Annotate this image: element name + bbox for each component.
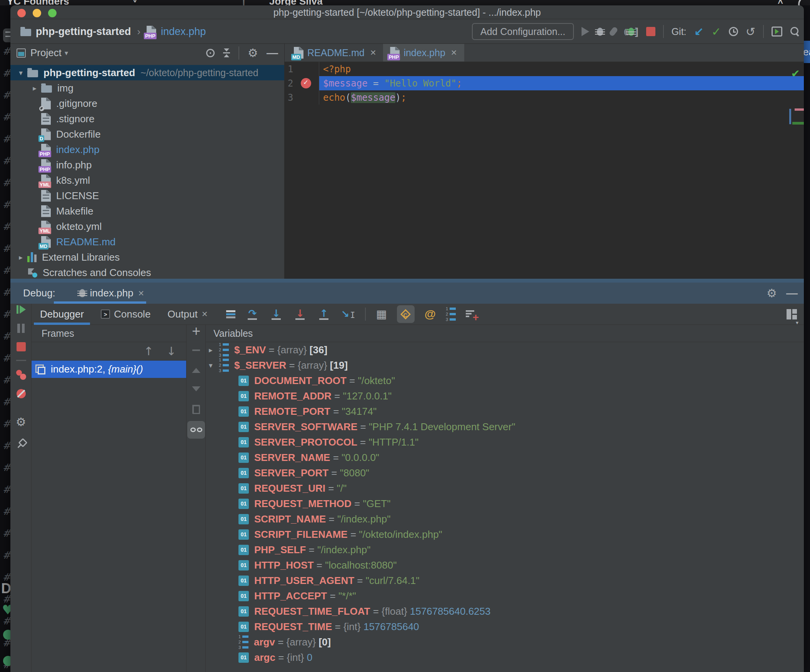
variable-row-request-time[interactable]: 01REQUEST_TIME = {int} 1576785640	[206, 619, 804, 634]
debug-splitter[interactable]	[10, 279, 804, 283]
mute-breakpoints-icon[interactable]	[10, 389, 32, 398]
chevron-right-icon[interactable]: ▸	[206, 345, 219, 354]
project-tree-item-makefile[interactable]: Makefile	[10, 203, 284, 219]
editor-tab-index-php[interactable]: PHPindex.php✕	[383, 44, 464, 62]
zoom-window-button[interactable]	[48, 9, 57, 17]
breadcrumb-project[interactable]: php-getting-started	[36, 26, 131, 38]
hide-panel-icon[interactable]: —	[267, 51, 278, 55]
evaluate-expression-icon[interactable]: ▦	[376, 308, 386, 320]
minimize-window-button[interactable]	[33, 9, 41, 17]
variable-row-http-host[interactable]: 01HTTP_HOST = "localhost:8080"	[206, 557, 804, 573]
show-watches-glasses-icon[interactable]	[187, 421, 206, 439]
chevron-down-icon[interactable]: ▾	[14, 68, 27, 77]
project-tree-item-external-libraries[interactable]: ▸External Libraries	[10, 249, 284, 265]
inline-values-toggle-icon[interactable]: C	[397, 305, 415, 323]
start-listening-php-debug-icon[interactable]: (((]	[624, 26, 638, 38]
step-into-icon[interactable]: ↓	[269, 309, 283, 320]
stop-icon[interactable]	[646, 27, 655, 36]
project-tree-item-gitignore[interactable]: .gitignore	[10, 96, 284, 111]
variable-row-php-self[interactable]: 01PHP_SELF = "/index.php"	[206, 542, 804, 557]
copy-icon[interactable]	[187, 405, 206, 414]
project-tree-item-dockerfile[interactable]: DDockerfile	[10, 126, 284, 142]
variable-row-remote-addr[interactable]: 01REMOTE_ADDR = "127.0.0.1"	[206, 388, 804, 404]
remove-watch-icon[interactable]	[187, 349, 206, 351]
project-tree-item-php-getting-started[interactable]: ▾php-getting-started~/okteto/php-getting…	[10, 65, 284, 80]
variable-row-server-protocol[interactable]: 01SERVER_PROTOCOL = "HTTP/1.1"	[206, 435, 804, 450]
add-configuration-button[interactable]: Add Configuration...	[472, 23, 574, 40]
stop-icon[interactable]	[10, 342, 32, 351]
project-tree-item-scratches-and-consoles[interactable]: Scratches and Consoles	[10, 265, 284, 279]
close-icon[interactable]: ✕	[138, 289, 145, 298]
close-window-button[interactable]	[17, 9, 26, 17]
editor-gutter[interactable]: 1	[285, 62, 319, 76]
variable-row-server[interactable]: ▾123$_SERVER = {array} [19]	[206, 357, 804, 373]
close-icon[interactable]: ✕	[202, 310, 208, 319]
project-tree-item-index-php[interactable]: PHPindex.php	[10, 142, 284, 157]
variable-row-server-name[interactable]: 01SERVER_NAME = "0.0.0.0"	[206, 450, 804, 465]
code-line-1[interactable]: 1<?php	[285, 62, 804, 76]
variable-row-script-name[interactable]: 01SCRIPT_NAME = "/index.php"	[206, 511, 804, 527]
restore-layout-icon[interactable]	[786, 309, 797, 320]
git-rollback-icon[interactable]: ↺	[746, 25, 755, 39]
project-tree-item-stignore[interactable]: .stignore	[10, 111, 284, 126]
project-tree-item-info-php[interactable]: PHPinfo.php	[10, 157, 284, 173]
chevron-right-icon[interactable]: ▸	[14, 253, 27, 261]
code-line-3[interactable]: 3echo($message);	[285, 90, 804, 104]
editor-tab-readme-md[interactable]: MDREADME.md✕	[287, 44, 383, 62]
pause-program-icon[interactable]	[10, 324, 32, 333]
add-watch-icon[interactable]: +	[187, 326, 206, 336]
stack-frame-item[interactable]: index.php:2, {main}()	[32, 360, 186, 378]
git-commit-icon[interactable]: ✓	[712, 25, 721, 39]
view-breakpoints-icon[interactable]	[10, 370, 32, 380]
variable-row-http-accept[interactable]: 01HTTP_ACCEPT = "*/*"	[206, 588, 804, 604]
variable-row-server-software[interactable]: 01SERVER_SOFTWARE = "PHP 7.4.1 Developme…	[206, 419, 804, 435]
project-tree-item-license[interactable]: LICENSE	[10, 188, 284, 203]
project-tree-item-img[interactable]: ▸img	[10, 80, 284, 96]
project-tree-item-k8s-yml[interactable]: YMLk8s.yml	[10, 173, 284, 188]
add-to-watches-icon[interactable]: +	[466, 309, 477, 319]
breadcrumb-file[interactable]: index.php	[161, 26, 206, 38]
variable-row-request-uri[interactable]: 01REQUEST_URI = "/"	[206, 480, 804, 496]
run-icon[interactable]	[582, 27, 589, 36]
editor-gutter[interactable]: 2	[285, 76, 319, 90]
numbered-list-icon[interactable]: 123	[446, 307, 456, 322]
project-header-label[interactable]: Project	[30, 47, 62, 59]
editor-body[interactable]: ✔ 1<?php2$message = "Hello World";3echo(…	[285, 62, 804, 279]
gear-icon[interactable]: ⚙	[766, 286, 777, 300]
variable-row-request-time-float[interactable]: 01REQUEST_TIME_FLOAT = {float} 157678564…	[206, 604, 804, 619]
variable-row-server-port[interactable]: 01SERVER_PORT = "8080"	[206, 465, 804, 480]
project-tree-item-readme-md[interactable]: MDREADME.md	[10, 234, 284, 249]
threads-view-icon[interactable]	[226, 309, 235, 320]
select-opened-file-icon[interactable]	[206, 49, 214, 57]
git-history-icon[interactable]	[729, 27, 738, 36]
debug-icon[interactable]	[597, 28, 603, 36]
variable-row-script-filename[interactable]: 01SCRIPT_FILENAME = "/okteto/index.php"	[206, 527, 804, 542]
variable-row-request-method[interactable]: 01REQUEST_METHOD = "GET"	[206, 496, 804, 511]
debugger-tab-debugger[interactable]: Debugger	[32, 304, 92, 325]
attach-debugger-icon[interactable]	[608, 26, 618, 37]
move-down-icon[interactable]	[187, 386, 206, 391]
variable-row-document-root[interactable]: 01DOCUMENT_ROOT = "/okteto"	[206, 373, 804, 388]
titlebar[interactable]: php-getting-started [~/okteto/php-gettin…	[10, 5, 804, 19]
search-everywhere-icon[interactable]	[790, 27, 800, 37]
pin-tab-icon[interactable]	[10, 439, 32, 448]
move-up-icon[interactable]	[187, 368, 206, 373]
variable-row-http-user-agent[interactable]: 01HTTP_USER_AGENT = "curl/7.64.1"	[206, 573, 804, 588]
variable-row-argc[interactable]: 01argc = {int} 0	[206, 650, 804, 665]
hide-panel-icon[interactable]: —	[786, 291, 798, 295]
debug-settings-gear-icon[interactable]: ⚙	[10, 415, 32, 429]
breakpoint-icon[interactable]	[301, 78, 311, 88]
chevron-down-icon[interactable]: ▾	[65, 49, 68, 57]
step-out-icon[interactable]: ↑	[317, 309, 331, 320]
next-frame-icon[interactable]: ↓	[167, 344, 176, 358]
variable-row-env[interactable]: ▸123$_ENV = {array} [36]	[206, 342, 804, 357]
code-line-2[interactable]: 2$message = "Hello World";	[285, 76, 804, 90]
chevron-down-icon[interactable]: ▾	[206, 361, 219, 369]
show-references-icon[interactable]: @	[425, 308, 436, 321]
editor-gutter[interactable]: 3	[285, 90, 319, 104]
resume-program-icon[interactable]	[10, 305, 32, 314]
close-icon[interactable]: ✕	[451, 48, 457, 57]
close-icon[interactable]: ✕	[370, 48, 376, 57]
breadcrumb[interactable]: php-getting-started › PHP index.php	[20, 19, 206, 44]
variable-row-argv[interactable]: 123argv = {array} [0]	[206, 634, 804, 650]
